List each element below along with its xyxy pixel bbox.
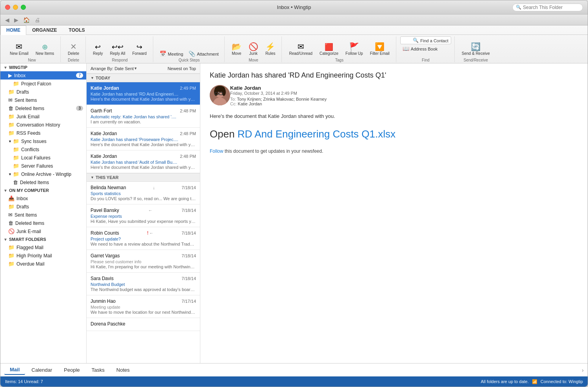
tab-home[interactable]: HOME <box>0 25 26 35</box>
sidebar-item-deleted-local[interactable]: 🗑 Deleted Items <box>0 219 86 227</box>
status-connection: Connected to: Wingtip <box>541 379 583 384</box>
find-contact-button[interactable]: 🔍 Find a Contact <box>400 36 451 44</box>
sidebar-item-label-archive-deleted: Deleted Items <box>20 180 49 185</box>
window-nav-bar: ◀ ▶ 🏠 🖨 <box>0 14 588 25</box>
tab-tools[interactable]: TOOLS <box>63 25 91 34</box>
reading-body-intro: Here's the document that Katie Jordan sh… <box>210 112 578 121</box>
reading-follow-link[interactable]: Follow <box>210 148 223 154</box>
sidebar-item-archive-deleted[interactable]: 🗑 Deleted Items <box>0 178 86 186</box>
sidebar-section-smart-folders: ▼ SMART FOLDERS 📁 Flagged Mail 📁 High Pr… <box>0 235 86 268</box>
sidebar-item-drafts-wingtip[interactable]: 📁 Drafts <box>0 88 86 96</box>
sidebar-item-project-falcon[interactable]: 📁 Project Falcon <box>0 80 86 88</box>
sidebar-item-high-priority[interactable]: 📁 High Priority Mail <box>0 251 86 260</box>
new-email-button[interactable]: ✉ New Email <box>7 41 32 57</box>
email-item-9[interactable]: Junmin Hao 7/17/14 Meeting update We hav… <box>87 295 200 318</box>
filter-email-button[interactable]: 🔽 Filter Email <box>367 41 393 57</box>
read-unread-button[interactable]: ✉ Read/Unread <box>286 41 315 57</box>
sort-dropdown-icon[interactable]: ▾ <box>134 66 137 71</box>
tab-organize[interactable]: ORGANIZE <box>26 25 63 34</box>
bottom-nav-chevron[interactable]: › <box>582 367 584 373</box>
sidebar-item-junk-local[interactable]: 🚫 Junk E-mail <box>0 227 86 235</box>
local-sent-icon: ✉ <box>8 212 13 218</box>
email-item-0[interactable]: Katie Jordan 2:49 PM Katie Jordan has sh… <box>87 82 200 105</box>
nav-back-button[interactable]: ◀ <box>4 16 11 24</box>
sidebar-item-drafts-local[interactable]: 📁 Drafts <box>0 203 86 211</box>
email-item-5[interactable]: Pavel Bansky ← 7/18/14 Expense reports H… <box>87 204 200 227</box>
sidebar-item-conflicts[interactable]: 📁 Conflicts <box>0 145 86 154</box>
nav-home-button[interactable]: 🏠 <box>22 16 31 24</box>
sidebar-item-label-local-failures: Local Failures <box>21 155 51 161</box>
close-button[interactable] <box>5 5 10 10</box>
email-item-10[interactable]: Dorena Paschke <box>87 318 200 331</box>
reading-link-line: Open RD And Engineering Costs Q1.xlsx <box>210 126 578 143</box>
junk-icon: 🚫 <box>249 43 258 51</box>
deleted-badge: 3 <box>76 106 83 111</box>
sidebar-item-rss[interactable]: 📁 RSS Feeds <box>0 129 86 137</box>
email-item-1[interactable]: Garth Fort 2:48 PM Automatic reply: Kati… <box>87 105 200 128</box>
categorize-icon: 🟥 <box>325 43 333 51</box>
nav-forward-button[interactable]: ▶ <box>13 16 20 24</box>
reply-icon: ↩ <box>95 43 101 51</box>
send-receive-button[interactable]: 🔄 Send & Receive <box>459 41 493 57</box>
date-group-label-today: TODAY <box>96 76 110 80</box>
email-item-2[interactable]: Katie Jordan 2:48 PM Katie Jordan has sh… <box>87 128 200 150</box>
sort-order-button[interactable]: Newest on Top <box>167 66 196 71</box>
sidebar-item-inbox-wingtip[interactable]: ▶ Inbox 7 <box>0 71 86 80</box>
reply-button[interactable]: ↩ Reply <box>90 42 106 57</box>
email-subject-8: Northwind Budget <box>91 282 196 287</box>
search-input[interactable] <box>523 5 579 10</box>
categorize-button[interactable]: 🟥 Categorize <box>316 42 341 57</box>
email-item-7[interactable]: Garret Vargas 7/18/14 Please send custom… <box>87 250 200 273</box>
sidebar-item-local-failures[interactable]: 📁 Local Failures <box>0 154 86 162</box>
delete-button[interactable]: ✕ Delete <box>65 41 82 57</box>
status-items: Items: 14 Unread: 7 <box>5 379 43 384</box>
rules-button[interactable]: ⚡ Rules <box>262 41 279 57</box>
sidebar-item-sent-local[interactable]: ✉ Sent Items <box>0 211 86 219</box>
sidebar-item-sent-wingtip[interactable]: ✉ Sent Items <box>0 96 86 104</box>
reading-file-link[interactable]: RD And Engineering Costs Q1.xlsx <box>238 128 396 140</box>
follow-up-button[interactable]: 🚩 Follow Up <box>342 41 366 57</box>
sidebar-item-deleted-wingtip[interactable]: 🗑 Deleted Items 3 <box>0 104 86 112</box>
ribbon-content: ✉ New Email ⊕ New Items New ✕ Delete <box>0 35 588 63</box>
email-item-4[interactable]: Belinda Newman ↓ 7/18/14 Sports statisti… <box>87 182 200 204</box>
sidebar-item-flagged-mail[interactable]: 📁 Flagged Mail <box>0 243 86 251</box>
maximize-button[interactable] <box>21 5 26 10</box>
nav-item-calendar[interactable]: Calendar <box>26 365 58 374</box>
sidebar-item-overdue[interactable]: 📁 Overdue Mail <box>0 260 86 268</box>
nav-item-mail[interactable]: Mail <box>4 365 25 375</box>
sidebar-section-header-wingtip[interactable]: ▼ WINGTIP <box>0 63 86 71</box>
minimize-button[interactable] <box>13 5 18 10</box>
ribbon-group-send-receive: 🔄 Send & Receive Send/Receive <box>456 36 496 62</box>
move-button[interactable]: 📂 Move <box>229 41 245 57</box>
address-book-button[interactable]: 📖 Address Book <box>400 45 440 52</box>
reply-all-button[interactable]: ↩↩ Reply All <box>107 42 129 57</box>
date-group-triangle: ▼ <box>91 76 94 80</box>
sidebar-section-header-computer[interactable]: ▼ ON MY COMPUTER <box>0 186 86 194</box>
sidebar-item-junk-wingtip[interactable]: 📁 Junk Email <box>0 112 86 121</box>
search-box[interactable]: 🔍 <box>512 4 583 11</box>
email-item-8[interactable]: Sara Davis 7/18/14 Northwind Budget The … <box>87 273 200 295</box>
sort-label[interactable]: Arrange By: Date Sent <box>91 66 134 71</box>
email-item-6[interactable]: Robin Counts ! ← 7/18/14 Project update?… <box>87 227 200 250</box>
sidebar-item-sync-issues[interactable]: ▼ 📁 Sync Issues <box>0 137 86 145</box>
nav-item-notes[interactable]: Notes <box>111 365 135 374</box>
sidebar-item-online-archive[interactable]: ▼ 📁 Online Archive - Wingtip <box>0 170 86 178</box>
sidebar-item-inbox-local[interactable]: 📥 Inbox <box>0 194 86 203</box>
email-item-3[interactable]: Katie Jordan 2:48 PM Katie Jordan has sh… <box>87 150 200 173</box>
sidebar-item-server-failures[interactable]: 📁 Server Failures <box>0 162 86 170</box>
new-items-button[interactable]: ⊕ New Items <box>33 42 57 57</box>
meeting-button[interactable]: 📅 Meeting <box>157 50 185 57</box>
email-sender-9: Junmin Hao <box>91 298 116 304</box>
nav-item-tasks[interactable]: Tasks <box>86 365 110 374</box>
address-book-icon: 📖 <box>403 46 409 51</box>
reply-all-icon: ↩↩ <box>112 43 123 51</box>
forward-button[interactable]: ↪ Forward <box>129 42 150 57</box>
sidebar-item-conversation-history[interactable]: 📁 Conversation History <box>0 121 86 129</box>
attachment-button[interactable]: 📎 Attachment <box>186 50 221 57</box>
junk-button[interactable]: 🚫 Junk <box>245 41 261 57</box>
nav-print-button[interactable]: 🖨 <box>33 16 42 24</box>
email-sender-4: Belinda Newman <box>91 185 126 190</box>
sidebar-section-header-smart[interactable]: ▼ SMART FOLDERS <box>0 235 86 243</box>
nav-item-people[interactable]: People <box>58 365 85 374</box>
local-deleted-icon: 🗑 <box>8 220 13 226</box>
